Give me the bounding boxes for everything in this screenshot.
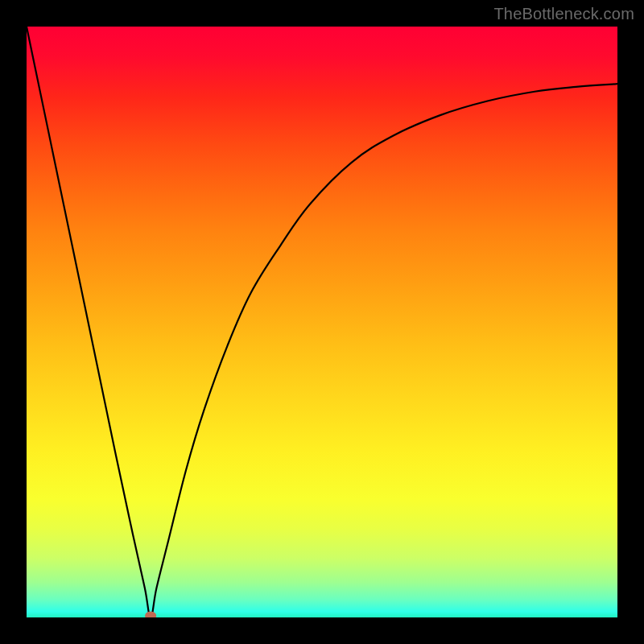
minimum-marker	[145, 612, 156, 618]
chart-frame: TheBottleneck.com	[0, 0, 644, 644]
watermark-text: TheBottleneck.com	[493, 5, 634, 23]
curve-svg	[27, 27, 617, 617]
curve-line	[27, 27, 617, 617]
plot-area	[27, 27, 617, 617]
